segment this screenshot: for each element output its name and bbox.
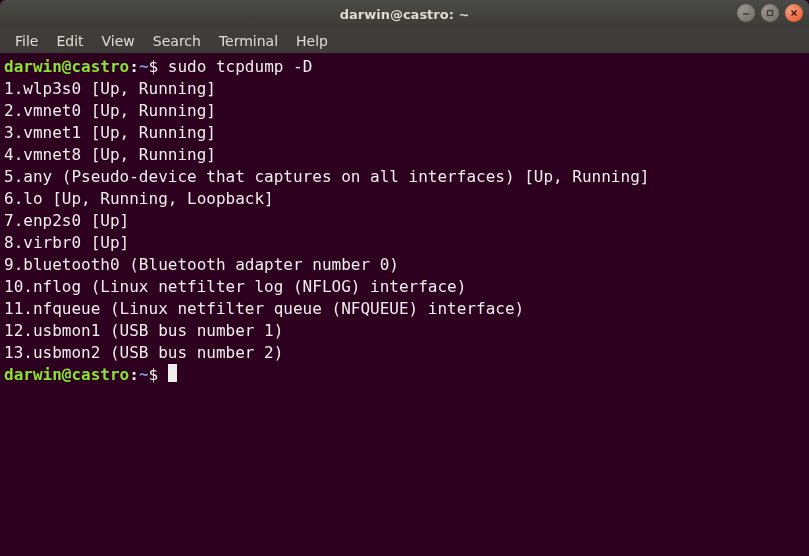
terminal[interactable]: darwin@castro:~$ sudo tcpdump -D 1.wlp3s… xyxy=(0,53,809,556)
prompt-dollar: $ xyxy=(149,365,159,384)
titlebar: darwin@castro: ~ xyxy=(0,0,809,28)
output-line: 10.nflog (Linux netfilter log (NFLOG) in… xyxy=(4,276,805,298)
output-line: 9.bluetooth0 (Bluetooth adapter number 0… xyxy=(4,254,805,276)
output-line: 8.virbr0 [Up] xyxy=(4,232,805,254)
command: sudo tcpdump -D xyxy=(168,57,313,76)
minimize-button[interactable] xyxy=(737,4,755,22)
output-line: 6.lo [Up, Running, Loopback] xyxy=(4,188,805,210)
prompt-line-1: darwin@castro:~$ sudo tcpdump -D xyxy=(4,56,805,78)
prompt-userhost: darwin@castro xyxy=(4,365,129,384)
maximize-icon xyxy=(766,9,774,17)
output-line: 3.vmnet1 [Up, Running] xyxy=(4,122,805,144)
window-title: darwin@castro: ~ xyxy=(340,7,470,22)
prompt-dollar: $ xyxy=(149,57,159,76)
svg-rect-1 xyxy=(768,11,773,16)
window-controls xyxy=(737,4,803,22)
prompt-line-2: darwin@castro:~$ xyxy=(4,364,805,386)
output-line: 12.usbmon1 (USB bus number 1) xyxy=(4,320,805,342)
prompt-path: ~ xyxy=(139,57,149,76)
menu-terminal[interactable]: Terminal xyxy=(210,30,287,52)
prompt-colon: : xyxy=(129,365,139,384)
output-line: 2.vmnet0 [Up, Running] xyxy=(4,100,805,122)
command-text xyxy=(158,57,168,76)
output-line: 7.enp2s0 [Up] xyxy=(4,210,805,232)
prompt-colon: : xyxy=(129,57,139,76)
menu-search[interactable]: Search xyxy=(144,30,210,52)
cursor xyxy=(168,364,177,382)
prompt-path: ~ xyxy=(139,365,149,384)
menu-edit[interactable]: Edit xyxy=(47,30,92,52)
output-line: 4.vmnet8 [Up, Running] xyxy=(4,144,805,166)
output-line: 11.nfqueue (Linux netfilter queue (NFQUE… xyxy=(4,298,805,320)
minimize-icon xyxy=(742,9,750,17)
output-line: 5.any (Pseudo-device that captures on al… xyxy=(4,166,805,188)
menubar: File Edit View Search Terminal Help xyxy=(0,28,809,53)
menu-file[interactable]: File xyxy=(6,30,47,52)
output-line: 13.usbmon2 (USB bus number 2) xyxy=(4,342,805,364)
prompt-userhost: darwin@castro xyxy=(4,57,129,76)
close-icon xyxy=(790,9,798,17)
maximize-button[interactable] xyxy=(761,4,779,22)
menu-view[interactable]: View xyxy=(93,30,144,52)
menu-help[interactable]: Help xyxy=(287,30,337,52)
close-button[interactable] xyxy=(785,4,803,22)
output-line: 1.wlp3s0 [Up, Running] xyxy=(4,78,805,100)
